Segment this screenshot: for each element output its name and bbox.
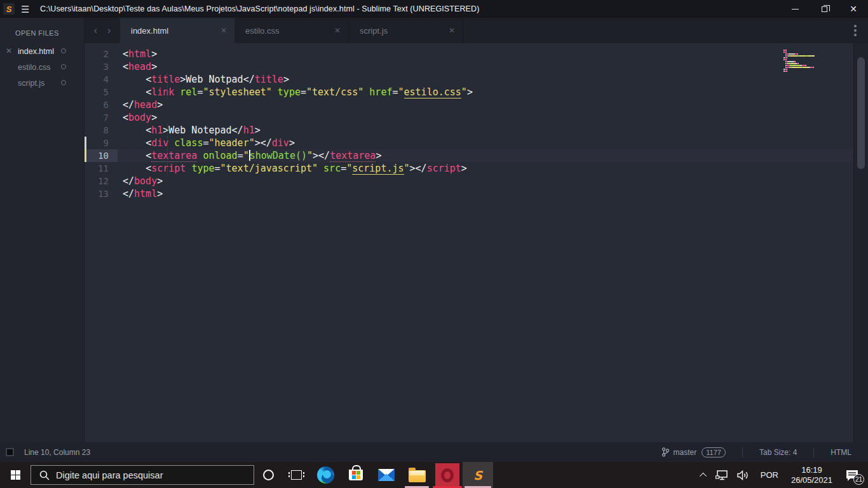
sidebar-item-estilo-css[interactable]: estilo.css (0, 59, 84, 75)
close-button[interactable]: ✕ (839, 0, 868, 18)
tab-overflow-menu-icon[interactable] (843, 18, 868, 43)
code-line[interactable]: 6</head> (85, 98, 868, 111)
code-line[interactable]: 13</html> (85, 187, 868, 200)
scrollbar-thumb[interactable] (857, 57, 865, 169)
tab-history-forward-icon[interactable]: › (107, 25, 111, 36)
code-text[interactable]: <link rel="stylesheet" type="text/css" h… (118, 86, 473, 98)
code-line[interactable]: 7<body> (85, 111, 868, 124)
system-tray: POR 16:19 26/05/2021 21 (697, 462, 868, 488)
sublime-logo-icon: S (3, 3, 15, 15)
tab-close-icon[interactable]: ✕ (449, 26, 455, 35)
tab-history-back-icon[interactable]: ‹ (94, 25, 97, 36)
title-bar: S ☰ C:\Users\itaan\Desktop\Teste das Aul… (0, 0, 868, 18)
speaker-icon (737, 470, 750, 480)
close-icon: ✕ (850, 4, 857, 13)
search-input[interactable] (56, 470, 221, 480)
taskbar-search[interactable] (31, 465, 254, 485)
minimap-line (783, 63, 834, 64)
mail-icon (378, 469, 395, 481)
microsoft-store-icon (349, 470, 363, 480)
task-view-button[interactable] (282, 462, 310, 488)
line-number: 8 (85, 124, 118, 137)
scrollbar-track[interactable] (853, 43, 868, 442)
code-lines[interactable]: 2<html>3<head>4 <title>Web Notpad</title… (85, 43, 868, 200)
code-text[interactable]: <head> (118, 60, 157, 73)
line-number: 2 (85, 48, 118, 60)
close-file-icon[interactable]: ✕ (6, 46, 12, 55)
code-line[interactable]: 2<html> (85, 48, 868, 60)
network-status[interactable] (711, 462, 733, 488)
file-status-circle-icon (61, 64, 66, 69)
tray-expand-button[interactable] (697, 462, 711, 488)
gutter-diff-mark (85, 149, 86, 162)
minimize-button[interactable] (780, 0, 810, 18)
language-indicator[interactable]: POR (754, 462, 785, 488)
code-line[interactable]: 9 <div class="header"></div> (85, 137, 868, 149)
indent-guide (167, 73, 168, 86)
minimap-line (783, 50, 834, 51)
code-line[interactable]: 12</body> (85, 175, 868, 187)
syntax-indicator[interactable]: HTML (813, 447, 868, 458)
taskbar-app-edge[interactable] (310, 462, 341, 488)
open-files-header: OPEN FILES (0, 25, 84, 43)
code-text[interactable]: </head> (118, 98, 163, 111)
indent-guide (167, 86, 168, 98)
code-line[interactable]: 8 <h1>Web Notepad</h1> (85, 124, 868, 137)
taskbar-app-mail[interactable] (371, 462, 402, 488)
restore-button[interactable] (810, 0, 839, 18)
code-text[interactable]: <title>Web Notpad</title> (118, 73, 289, 86)
code-line[interactable]: 11 <script type="text/javascript" src="s… (85, 162, 868, 175)
minimap-line (783, 71, 834, 72)
start-button[interactable] (0, 462, 31, 488)
volume-status[interactable] (733, 462, 754, 488)
sidebar-item-script-js[interactable]: script.js (0, 75, 84, 91)
code-text[interactable]: <body> (118, 111, 157, 124)
windows-taskbar: S POR (0, 462, 868, 488)
tab-size-indicator[interactable]: Tab Size: 4 (742, 447, 813, 458)
sublime-text-icon: S (473, 468, 482, 482)
sidebar-item-index-html[interactable]: ✕ index.html (0, 43, 84, 59)
edge-icon (317, 466, 334, 484)
code-text[interactable]: <script type="text/javascript" src="scri… (118, 162, 467, 175)
line-number: 12 (85, 175, 118, 187)
tab-index-html[interactable]: index.html ✕ (120, 18, 234, 43)
indent-guide (167, 162, 168, 175)
minimap-line (783, 55, 834, 57)
code-text[interactable]: <html> (118, 48, 157, 60)
action-center-button[interactable]: 21 (839, 462, 868, 488)
code-line[interactable]: 10 <textarea onload="showDate()"></texta… (85, 149, 868, 162)
minimap-line (783, 53, 834, 55)
tab-close-icon[interactable]: ✕ (220, 26, 227, 35)
gutter-diff-mark (85, 137, 86, 149)
network-icon (715, 470, 728, 481)
tab-estilo-css[interactable]: estilo.css ✕ (234, 18, 349, 43)
menu-hamburger-icon[interactable]: ☰ (21, 4, 31, 14)
taskbar-app-sublime[interactable]: S (463, 462, 493, 488)
tab-script-js[interactable]: script.js ✕ (349, 18, 463, 43)
code-text[interactable]: <textarea onload="showDate()"></textarea… (118, 149, 381, 162)
code-text[interactable]: <div class="header"></div> (118, 137, 295, 149)
code-editor[interactable]: 2<html>3<head>4 <title>Web Notpad</title… (85, 43, 868, 442)
git-branch-status[interactable]: master 1177 (645, 447, 742, 458)
minimap[interactable] (783, 50, 834, 72)
tab-close-icon[interactable]: ✕ (334, 26, 341, 35)
status-mode-icon[interactable] (6, 448, 14, 456)
cortana-button[interactable] (254, 462, 282, 488)
code-text[interactable]: <h1>Web Notepad</h1> (118, 124, 261, 137)
clock[interactable]: 16:19 26/05/2021 (785, 462, 839, 488)
tab-bar: ‹ › index.html ✕ estilo.css ✕ script.js … (85, 18, 868, 43)
taskbar-app-file-explorer[interactable] (402, 462, 432, 488)
line-number: 3 (85, 60, 118, 73)
code-text[interactable]: </body> (118, 175, 163, 187)
code-line[interactable]: 4 <title>Web Notpad</title> (85, 73, 868, 86)
git-branch-icon (661, 447, 669, 457)
line-number: 6 (85, 98, 118, 111)
taskbar-app-store[interactable] (341, 462, 371, 488)
code-line[interactable]: 3<head> (85, 60, 868, 73)
window-title: C:\Users\itaan\Desktop\Teste das Aulas\M… (40, 4, 479, 13)
code-line[interactable]: 5 <link rel="stylesheet" type="text/css"… (85, 86, 868, 98)
code-text[interactable]: </html> (118, 187, 163, 200)
line-number: 4 (85, 73, 118, 86)
taskbar-app-opera[interactable] (432, 462, 463, 488)
minimize-icon (792, 9, 799, 10)
